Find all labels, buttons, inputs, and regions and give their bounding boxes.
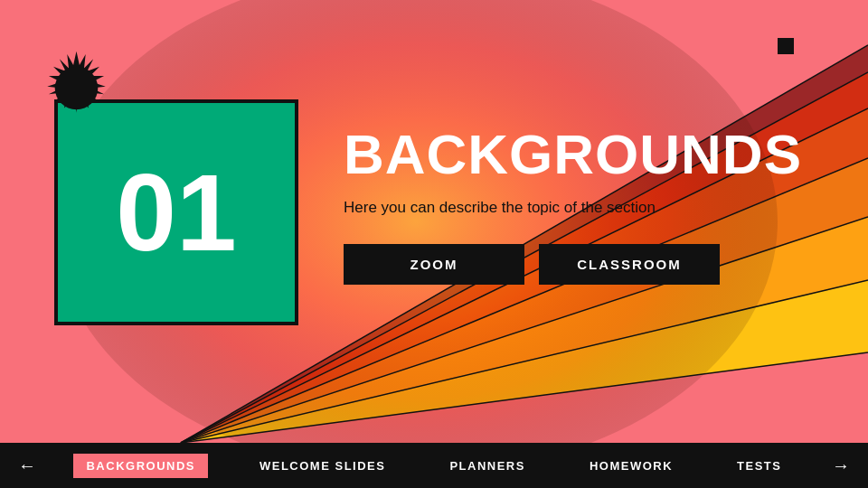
zoom-button[interactable]: ZOOM — [344, 244, 524, 285]
svg-line-13 — [181, 352, 868, 443]
bottom-navigation: ← BACKGROUNDS WELCOME SLIDES PLANNERS HO… — [0, 443, 868, 488]
nav-item-backgrounds[interactable]: BACKGROUNDS — [73, 454, 208, 478]
spiky-ball-decoration — [38, 50, 115, 127]
content-section: BACKGROUNDS Here you can describe the to… — [344, 127, 802, 285]
nav-item-tests[interactable]: TESTS — [724, 454, 794, 478]
nav-item-planners[interactable]: PLANNERS — [437, 454, 538, 478]
section-number: 01 — [116, 158, 236, 267]
decorative-square — [778, 38, 794, 54]
section-description: Here you can describe the topic of the s… — [344, 199, 802, 217]
prev-arrow[interactable]: ← — [0, 443, 54, 488]
next-arrow[interactable]: → — [814, 443, 868, 488]
main-area: 01 BACKGROUNDS Here you can describe the… — [0, 0, 868, 443]
section-title: BACKGROUNDS — [344, 127, 802, 183]
nav-items-container: BACKGROUNDS WELCOME SLIDES PLANNERS HOME… — [54, 454, 814, 478]
svg-point-15 — [55, 67, 99, 110]
number-box: 01 — [54, 99, 298, 325]
classroom-button[interactable]: CLASSROOM — [539, 244, 720, 285]
action-buttons: ZOOM CLASSROOM — [344, 244, 802, 285]
nav-item-welcome-slides[interactable]: WELCOME SLIDES — [247, 454, 398, 478]
nav-item-homework[interactable]: HOMEWORK — [577, 454, 685, 478]
